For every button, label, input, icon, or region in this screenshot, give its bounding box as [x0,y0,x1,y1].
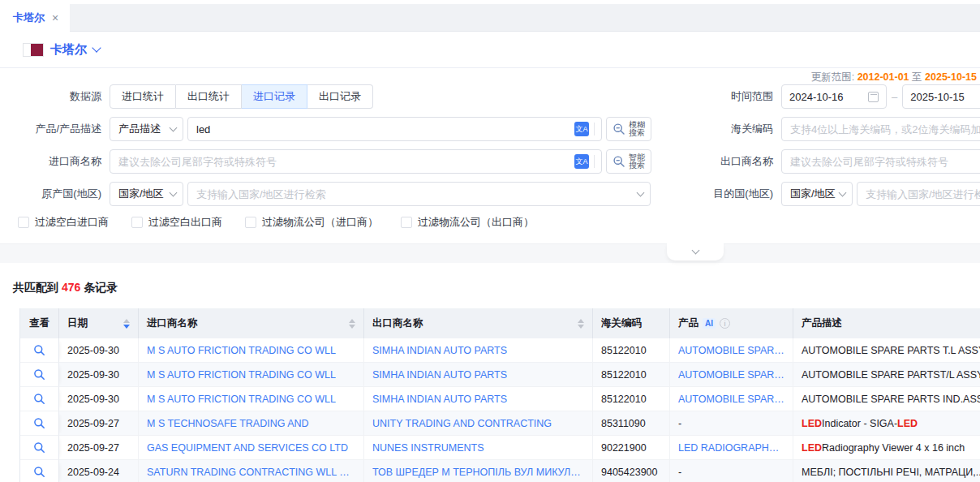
time-range-row: 时间范围 2024-10-16 – 2025-10-15 [710,84,980,109]
ai-badge: AI [703,318,716,329]
sort-icon-date[interactable] [123,319,130,329]
view-record-icon[interactable] [33,368,45,381]
importer-link[interactable]: M S TECHNOSAFE TRADING AND [147,418,309,429]
update-range-start: 2012-01-01 [858,71,909,83]
update-range: 更新范围: 2012-01-01 至 2025-10-15 [811,71,977,84]
view-record-icon[interactable] [33,466,45,478]
view-record-cell[interactable] [20,363,59,387]
exporter-link[interactable]: SIMHA INDIAN AUTO PARTS [372,345,507,356]
view-record-icon[interactable] [33,417,45,429]
checkbox-filter-blank-exporter[interactable]: 过滤空白出口商 [131,215,222,230]
importer-link[interactable]: GAS EQUIPMENT AND SERVICES CO LTD [147,442,348,454]
product-input-wrap: 文A [187,117,602,141]
divider [594,155,595,168]
btn-import-stats[interactable]: 进口统计 [110,84,176,109]
view-record-icon[interactable] [33,441,45,454]
view-record-cell[interactable] [20,411,59,436]
col-header-date[interactable]: 日期 [59,308,139,338]
origin-country-select[interactable]: 国家/地区 [110,182,183,206]
product-link[interactable]: AUTOMOBILE SPARE P... [678,345,784,356]
update-range-end: 2025-10-15 [925,71,977,83]
description-highlight: LED [897,418,918,429]
info-icon[interactable]: i [720,318,730,329]
exporter-link[interactable]: SIMHA INDIAN AUTO PARTS [372,369,507,381]
match-suffix: 条记录 [84,281,118,294]
dest-country-row: 目的国(地区) 国家/地区 [710,182,980,206]
importer-input-wrap: 文A [110,149,602,174]
hs-code-input[interactable] [790,123,980,136]
importer-link[interactable]: M S AUTO FRICTION TRADING CO WLL [147,394,336,405]
view-record-cell[interactable] [20,436,59,460]
chevron-down-icon[interactable] [92,43,101,52]
page-header: 卡塔尔 [0,32,980,68]
page-title[interactable]: 卡塔尔 [50,42,87,58]
checkbox-icon[interactable] [131,217,143,228]
checkbox-filter-logistics-importer[interactable]: 过滤物流公司（进口商） [245,215,378,230]
importer-input[interactable] [118,156,570,168]
date-range-dash: – [892,91,897,103]
date-end-input[interactable]: 2025-10-15 [902,84,980,109]
sort-icon-exporter[interactable] [578,319,584,329]
translate-icon[interactable]: 文A [574,154,589,169]
product-cell: AUTOMOBILE SPARE P... [670,363,793,387]
description-cell: AUTOMOBILE SPARE PARTS IND.ASS... [793,387,980,411]
checkbox-label: 过滤物流公司（出口商） [418,215,534,230]
fuzzy-search-label: 模糊 搜索 [629,121,645,138]
checkbox-icon[interactable] [401,217,412,228]
btn-export-stats[interactable]: 出口统计 [176,84,242,109]
records-table: 查看 日期 进口商名称 出口商名称 海关编码 产品 AI i 产品描述 2025… [19,308,980,482]
table-row: 2025-09-24SATURN TRADING CONTRACTING WLL… [20,460,980,482]
checkbox-icon[interactable] [18,217,29,228]
calendar-icon [868,92,879,102]
dest-country-select-value: 国家/地区 [790,187,836,201]
exporter-link[interactable]: UNITY TRADING AND CONTRACTING [372,418,552,429]
product-link[interactable]: AUTOMOBILE SPARE P... [678,394,784,405]
collapse-filters-button[interactable] [667,243,724,260]
tab-qatar[interactable]: 卡塔尔 × [0,4,70,32]
product-input[interactable] [196,123,570,136]
product-type-select[interactable]: 产品描述 [110,117,183,141]
exporter-link[interactable]: NUNES INSTRUMENTS [372,442,484,454]
importer-link[interactable]: SATURN TRADING CONTRACTING WLL BUI... [147,467,355,478]
col-header-view: 查看 [20,308,59,338]
exporter-link[interactable]: SIMHA INDIAN AUTO PARTS [372,394,507,405]
dest-country-select[interactable]: 国家/地区 [781,182,853,206]
date-start-input[interactable]: 2024-10-16 [781,84,887,109]
translate-icon[interactable]: 文A [574,122,589,136]
importer-cell: GAS EQUIPMENT AND SERVICES CO LTD [139,436,364,460]
checkbox-icon[interactable] [245,217,256,228]
table-row: 2025-09-30M S AUTO FRICTION TRADING CO W… [20,363,980,387]
smart-search-button[interactable]: 智能 搜索 [606,149,651,174]
hs-code-cell: 85122010 [593,387,670,411]
checkbox-filter-logistics-exporter[interactable]: 过滤物流公司（出口商） [401,215,534,230]
chevron-down-icon [637,189,645,197]
tab-close-icon[interactable]: × [52,12,58,24]
col-header-exporter[interactable]: 出口商名称 [364,308,593,338]
exporter-link[interactable]: ТОВ ШРЕДЕР М ТЕРНОПІЛЬ ВУЛ МИКУЛИ... [372,467,584,478]
product-link[interactable]: LED RADIOGRAPHY VI... [678,442,784,454]
product-cell: - [670,411,793,436]
btn-export-records[interactable]: 出口记录 [307,84,373,109]
exporter-input[interactable] [790,156,980,168]
importer-link[interactable]: M S AUTO FRICTION TRADING CO WLL [147,345,336,356]
tab-bar: 卡塔尔 × [0,4,980,32]
origin-country-input[interactable] [196,188,633,200]
date-cell: 2025-09-24 [59,460,139,482]
filter-checkbox-row: 过滤空白进口商 过滤空白出口商 过滤物流公司（进口商） 过滤物流公司（出口商） [18,214,980,230]
importer-link[interactable]: M S AUTO FRICTION TRADING CO WLL [147,369,336,381]
exporter-label: 出口商名称 [710,154,781,169]
sort-icon-importer[interactable] [349,319,355,329]
checkbox-filter-blank-importer[interactable]: 过滤空白进口商 [18,215,109,230]
dest-country-input[interactable] [866,188,980,200]
view-record-cell[interactable] [20,387,59,411]
importer-cell: M S AUTO FRICTION TRADING CO WLL [139,363,364,387]
col-header-importer[interactable]: 进口商名称 [139,308,364,338]
btn-import-records[interactable]: 进口记录 [242,84,307,109]
fuzzy-search-button[interactable]: 模糊 搜索 [606,117,651,141]
view-record-icon[interactable] [33,393,45,405]
product-cell: - [670,460,793,482]
view-record-cell[interactable] [20,460,59,482]
view-record-icon[interactable] [33,344,45,356]
view-record-cell[interactable] [20,338,59,363]
product-link[interactable]: AUTOMOBILE SPARE P... [678,369,784,381]
